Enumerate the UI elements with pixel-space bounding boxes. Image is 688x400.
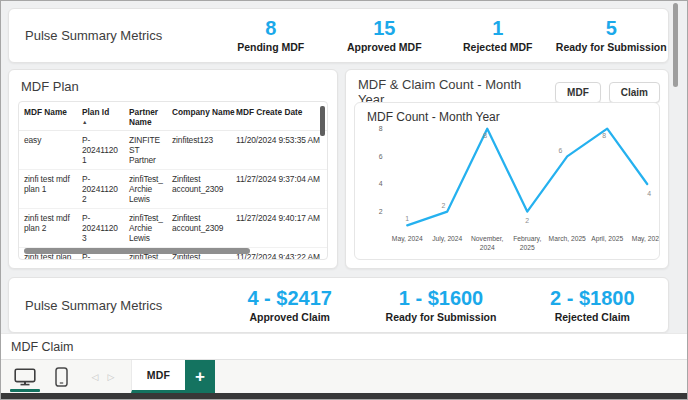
- claim-filter-button[interactable]: Claim: [609, 82, 660, 103]
- x-tick-label: April, 2025: [591, 235, 623, 243]
- table-row[interactable]: zinfi test mdf plan 1P-202411202zinfiTes…: [19, 170, 328, 209]
- x-tick-label: May, 2025: [632, 235, 660, 243]
- metric: 5Ready for Submission: [555, 18, 669, 53]
- table-cell: zinfiTest_Archie Lewis: [124, 170, 167, 209]
- column-header[interactable]: MDF Create Date: [231, 102, 325, 131]
- table-cell: P-202411201: [77, 131, 124, 170]
- desktop-preview-button[interactable]: [7, 360, 43, 393]
- table-cell: ZINFITEST Partner: [124, 131, 167, 170]
- table-cell: 11/27/: [325, 170, 328, 209]
- mdf-count-chart-card: MDF Count - Month Year 8642May, 2024July…: [354, 102, 660, 260]
- metric-value: 5: [555, 18, 669, 39]
- column-header[interactable]: Company Name: [167, 102, 231, 131]
- metric-label: Ready for Submission: [365, 311, 516, 323]
- x-tick-label: March, 2025: [549, 235, 587, 242]
- pulse-summary-metrics-bottom-card: Pulse Summary Metrics 4 - $2417Approved …: [8, 277, 669, 333]
- forward-chevron-icon[interactable]: ▷: [103, 360, 119, 393]
- data-label: 6: [558, 147, 562, 154]
- metric: 1Rejected MDF: [441, 18, 555, 53]
- table-cell: zinfitest123: [167, 131, 231, 170]
- metric-value: 1 - $1600: [365, 288, 516, 309]
- metric-label: Pending MDF: [214, 41, 328, 53]
- table-vertical-scrollbar[interactable]: [320, 106, 325, 136]
- x-tick-label: February,: [513, 235, 541, 243]
- table-row[interactable]: zinfi test mdf plan 2P-202411203zinfiTes…: [19, 209, 328, 248]
- y-tick-label: 2: [379, 208, 383, 215]
- y-tick-label: 8: [379, 125, 383, 132]
- sort-ascending-icon: ▲: [82, 119, 122, 125]
- data-label: 2: [525, 217, 529, 224]
- mobile-icon: [55, 367, 68, 387]
- app-screen: Pulse Summary Metrics 8Pending MDF15Appr…: [0, 0, 688, 400]
- back-chevron-icon[interactable]: ◁: [87, 360, 103, 393]
- desktop-icon: [14, 368, 36, 386]
- table-cell: 11/27/2024 9:37:04 AM: [231, 170, 325, 209]
- table-cell: Zinfitest account_2309: [167, 209, 231, 248]
- data-label: 8: [483, 132, 487, 139]
- data-label: 1: [405, 215, 409, 222]
- studio-toolbar: ◁ ▷ MDF +: [1, 359, 687, 393]
- mdf-plan-panel: MDF Plan MDF NamePlan Id▲Partner NameCom…: [8, 69, 338, 269]
- metric: 2 - $1800Rejected Claim: [517, 288, 668, 323]
- column-header[interactable]: MDF Name: [19, 102, 77, 131]
- table-cell: zinfi test mdf plan 2: [19, 209, 77, 248]
- pulse-summary-metrics-title: Pulse Summary Metrics: [9, 28, 214, 43]
- mdf-plan-title: MDF Plan: [9, 70, 337, 98]
- table-row[interactable]: easyP-202411201ZINFITEST Partnerzinfites…: [19, 131, 328, 170]
- table-cell: P-202411203: [77, 209, 124, 248]
- bottom-dark-bar: [1, 393, 687, 400]
- metric-value: 1: [441, 18, 555, 39]
- mdf-claim-section: MDF Claim: [1, 333, 687, 359]
- metric-label: Rejected MDF: [441, 41, 555, 53]
- mobile-preview-button[interactable]: [43, 360, 79, 393]
- window-scrollbar-thumb[interactable]: [673, 3, 678, 87]
- data-label: 8: [602, 132, 606, 139]
- metric-value: 15: [328, 18, 442, 39]
- metric-label: Ready for Submission: [555, 41, 669, 53]
- table-header-row: MDF NamePlan Id▲Partner NameCompany Name…: [19, 102, 328, 131]
- top-metrics-row: 8Pending MDF15Approved MDF1Rejected MDF5…: [214, 18, 668, 53]
- pulse-summary-metrics-top-card: Pulse Summary Metrics 8Pending MDF15Appr…: [8, 8, 669, 63]
- column-header[interactable]: Partner Name: [124, 102, 167, 131]
- table-horizontal-scrollbar[interactable]: [24, 248, 250, 254]
- metric: 15Approved MDF: [328, 18, 442, 53]
- metric-value: 8: [214, 18, 328, 39]
- metric-label: Rejected Claim: [517, 311, 668, 323]
- x-tick-label: 2024: [480, 244, 495, 251]
- table-cell: 11/20/2024 9:53:35 AM: [231, 131, 325, 170]
- mdf-claim-section-title: MDF Claim: [1, 340, 74, 354]
- pulse-summary-metrics-title: Pulse Summary Metrics: [9, 298, 214, 313]
- mdf-filter-button[interactable]: MDF: [555, 82, 601, 103]
- metric: 1 - $1600Ready for Submission: [365, 288, 516, 323]
- active-device-underline: [10, 389, 40, 392]
- tab-mdf[interactable]: MDF: [131, 360, 185, 393]
- data-label: 2: [441, 202, 445, 209]
- table-cell: 11/27/2024 9:40:17 AM: [231, 209, 325, 248]
- metric-label: Approved MDF: [328, 41, 442, 53]
- mdf-claim-count-panel: MDF & Claim Count - Month Year MDF Claim…: [345, 69, 669, 269]
- metric-label: Approved Claim: [214, 311, 365, 323]
- metric: 8Pending MDF: [214, 18, 328, 53]
- metric: 4 - $2417Approved Claim: [214, 288, 365, 323]
- column-header[interactable]: Plan Id▲: [77, 102, 124, 131]
- y-tick-label: 6: [379, 153, 383, 160]
- table-cell: 11/27/: [325, 209, 328, 248]
- column-header[interactable]: Submi: [325, 102, 328, 131]
- x-tick-label: November,: [471, 235, 504, 242]
- table-cell: Zinfitest account_2309: [167, 170, 231, 209]
- data-label: 4: [647, 190, 651, 197]
- table-cell: easy: [19, 131, 77, 170]
- table-cell: 11/20/: [325, 131, 328, 170]
- metric-value: 4 - $2417: [214, 288, 365, 309]
- x-tick-label: 2025: [520, 244, 535, 251]
- x-tick-label: May, 2024: [392, 235, 423, 243]
- x-tick-label: July, 2024: [432, 235, 462, 243]
- table-cell: P-202411202: [77, 170, 124, 209]
- table-cell: 11/27/: [325, 248, 328, 261]
- add-screen-button[interactable]: +: [185, 360, 215, 393]
- y-tick-label: 4: [379, 180, 383, 187]
- mdf-plan-table: MDF NamePlan Id▲Partner NameCompany Name…: [18, 101, 328, 260]
- table-cell: zinfiTest_Archie Lewis: [124, 209, 167, 248]
- table-cell: zinfi test mdf plan 1: [19, 170, 77, 209]
- mdf-count-line-chart: 8642May, 2024July, 2024November,2024Febr…: [355, 103, 659, 259]
